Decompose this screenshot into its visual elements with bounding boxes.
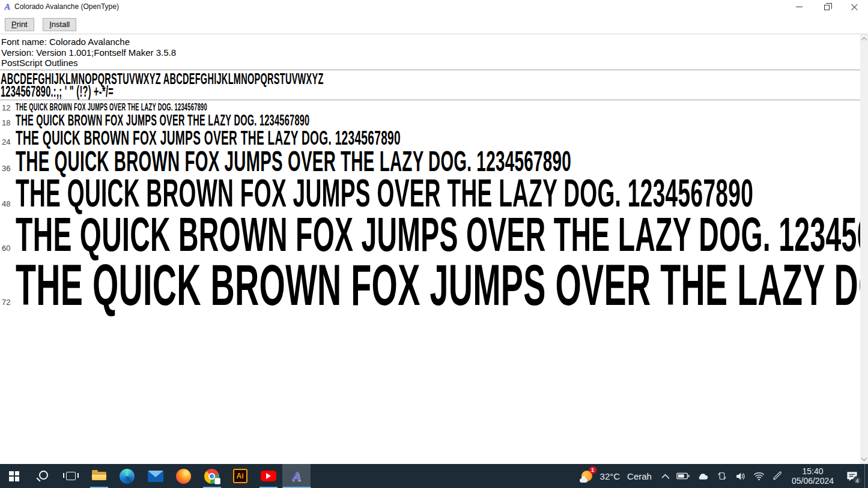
font-name-line: Font name: Colorado Avalanche (1, 37, 860, 47)
clock-time: 15:40 (802, 466, 823, 476)
font-version-line: Version: Version 1.001;Fontself Maker 3.… (1, 47, 860, 58)
taskbar-item-mail[interactable] (141, 464, 169, 488)
notification-badge: 4 (853, 476, 861, 484)
screen-sync-icon (717, 471, 727, 481)
size-label: 24 (0, 137, 16, 146)
wifi-icon (753, 471, 765, 481)
clock-widget[interactable]: 15:40 05/06/2024 (786, 464, 839, 488)
sample-row-72: 72 THE QUICK BROWN FOX JUMPS OVER THE LA… (0, 258, 860, 313)
firefox-icon (176, 469, 191, 484)
vertical-scrollbar[interactable] (860, 34, 868, 464)
taskbar-item-edge[interactable] (113, 464, 141, 488)
edge-icon (120, 469, 135, 484)
cloud-icon (697, 472, 709, 480)
chevron-down-icon (861, 455, 867, 461)
window-controls (785, 0, 868, 13)
title-bar: A Colorado Avalanche (OpenType) (0, 0, 868, 13)
close-button[interactable] (840, 0, 868, 13)
taskbar-item-youtube[interactable] (254, 464, 282, 488)
taskbar-item-chrome[interactable] (198, 464, 226, 488)
speaker-icon (735, 471, 746, 482)
taskbar-item-illustrator[interactable]: Ai (226, 464, 254, 488)
sample-row-48: 48 THE QUICK BROWN FOX JUMPS OVER THE LA… (0, 175, 860, 212)
font-viewer-app-icon: A (4, 2, 10, 11)
taskbar-item-file-explorer[interactable] (85, 464, 113, 488)
task-view-icon (66, 472, 76, 480)
minimize-icon (796, 7, 803, 7)
close-icon (851, 4, 858, 10)
clock-date: 05/06/2024 (792, 476, 834, 486)
scroll-up-button[interactable] (860, 34, 868, 44)
size-label: 60 (0, 244, 16, 253)
toolbar: Print Install (0, 13, 868, 34)
volume-control[interactable] (731, 464, 750, 488)
font-metadata: Font name: Colorado Avalanche Version: V… (0, 34, 860, 70)
weather-badge: 1 (589, 466, 596, 474)
taskbar-search-button[interactable] (28, 464, 56, 488)
sample-row-18: 18 THE QUICK BROWN FOX JUMPS OVER THE LA… (0, 113, 860, 128)
charset-symbols: 1234567890.:,; ' " (!?) +-*/= (1, 85, 114, 98)
file-explorer-icon (91, 471, 107, 482)
restore-icon (824, 5, 830, 10)
font-viewer-window: A Colorado Avalanche (OpenType) Print In… (0, 0, 868, 488)
size-label: 18 (0, 118, 16, 127)
windows-logo-icon (9, 471, 19, 481)
system-tray: 1 32°C Cerah (574, 464, 868, 488)
minimize-button[interactable] (785, 0, 813, 13)
sample-text-72: THE QUICK BROWN FOX JUMPS OVER THE LAZY … (16, 258, 860, 313)
restore-button[interactable] (813, 0, 840, 13)
sample-text-block: 12 THE QUICK BROWN FOX JUMPS OVER THE LA… (0, 100, 860, 313)
font-preview-main: Font name: Colorado Avalanche Version: V… (0, 34, 860, 464)
scroll-down-button[interactable] (860, 454, 868, 464)
weather-widget[interactable]: 1 32°C Cerah (574, 464, 658, 488)
print-button[interactable]: Print (5, 18, 34, 31)
screen-sync-indicator[interactable] (713, 464, 731, 488)
battery-icon (676, 472, 690, 480)
size-label: 48 (0, 199, 16, 208)
hidden-icons-button[interactable] (658, 464, 673, 488)
search-icon (39, 471, 48, 480)
weather-temperature: 32°C (600, 471, 621, 481)
pen-icon (772, 471, 783, 481)
font-viewer-icon: A (292, 469, 301, 483)
youtube-icon (261, 471, 276, 481)
font-outline-line: PostScript Outlines (1, 58, 860, 68)
window-title: Colorado Avalanche (OpenType) (14, 2, 119, 11)
illustrator-icon: Ai (233, 469, 247, 483)
battery-indicator[interactable] (673, 464, 693, 488)
size-label: 36 (0, 164, 16, 173)
size-label: 72 (0, 298, 16, 307)
windows-ink-button[interactable] (768, 464, 786, 488)
install-button[interactable]: Install (43, 18, 76, 31)
wifi-indicator[interactable] (750, 464, 768, 488)
taskbar-item-font-viewer[interactable]: A (282, 464, 311, 488)
font-preview-area: Font name: Colorado Avalanche Version: V… (0, 34, 868, 464)
onedrive-indicator[interactable] (693, 464, 713, 488)
mail-icon (148, 471, 163, 482)
taskbar: Ai A 1 32°C Cerah (0, 464, 868, 488)
sample-text-48: THE QUICK BROWN FOX JUMPS OVER THE LAZY … (16, 175, 753, 212)
chrome-overlay-badge (214, 478, 220, 484)
notification-center-button[interactable]: 4 (839, 464, 864, 488)
sample-text-60: THE QUICK BROWN FOX JUMPS OVER THE LAZY … (16, 212, 860, 258)
size-label: 12 (0, 103, 16, 112)
start-button[interactable] (0, 464, 28, 488)
taskbar-item-firefox[interactable] (169, 464, 198, 488)
chevron-up-icon (861, 37, 867, 43)
chrome-icon (204, 469, 219, 484)
sample-row-60: 60 THE QUICK BROWN FOX JUMPS OVER THE LA… (0, 212, 860, 258)
chevron-up-icon (661, 474, 669, 479)
sample-text-18: THE QUICK BROWN FOX JUMPS OVER THE LAZY … (16, 113, 309, 128)
character-set: ABCDEFGHIJKLMNOPQRSTUVWXYZ ABCDEFGHIJKLM… (0, 70, 860, 100)
weather-sun-icon: 1 (580, 468, 595, 484)
weather-condition: Cerah (627, 471, 652, 481)
task-view-button[interactable] (56, 464, 85, 488)
show-desktop-button[interactable] (864, 464, 868, 488)
